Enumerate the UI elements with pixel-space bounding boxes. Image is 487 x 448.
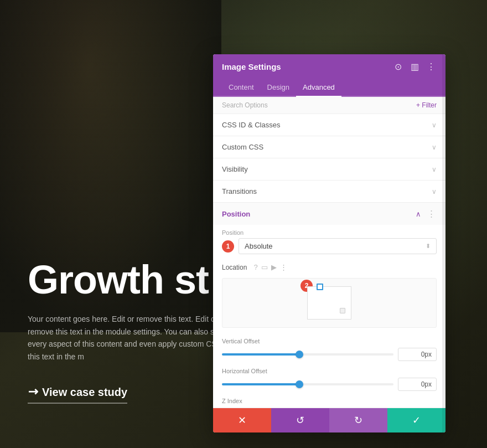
- location-icons: ? ▭ ▶ ⋮: [253, 263, 287, 271]
- question-icon[interactable]: ?: [253, 263, 257, 271]
- cursor-icon[interactable]: ▶: [271, 263, 277, 271]
- panel-header-icons: ⊙ ▥ ⋮: [392, 61, 437, 72]
- redo-button[interactable]: ↻: [329, 408, 387, 432]
- vertical-offset-fill: [222, 353, 299, 356]
- image-settings-panel: Image Settings ⊙ ▥ ⋮ Content Design Adva…: [213, 54, 445, 432]
- location-row: Location ? ▭ ▶ ⋮: [213, 259, 445, 276]
- horizontal-offset-thumb[interactable]: [296, 380, 303, 388]
- visibility-row[interactable]: Visibility ∨: [213, 158, 445, 181]
- position-select-value: Absolute: [245, 242, 273, 250]
- zindex-row: Z Index: [213, 394, 445, 408]
- panel-tabs: Content Design Advanced: [213, 79, 445, 97]
- position-header-controls: ∧ ⋮: [416, 208, 437, 219]
- cta-link[interactable]: ↘ View case study: [28, 385, 127, 404]
- cta-label: View case study: [42, 386, 127, 399]
- step-badge-1: 1: [222, 240, 234, 253]
- confirm-button[interactable]: ✓: [387, 408, 445, 432]
- vertical-offset-group: Vertical Offset 0px: [213, 334, 445, 364]
- scrollbar: [442, 54, 445, 432]
- position-field-label: Position: [222, 229, 437, 236]
- panel-title: Image Settings: [222, 62, 281, 71]
- position-section-title: Position: [222, 210, 250, 218]
- position-header: Position ∧ ⋮: [213, 203, 445, 225]
- chevron-down-icon: ∨: [432, 143, 437, 151]
- location-label: Location: [222, 264, 247, 271]
- redo-icon: ↻: [354, 414, 362, 426]
- css-id-classes-row[interactable]: CSS ID & Classes ∨: [213, 114, 445, 136]
- horizontal-offset-fill: [222, 383, 299, 385]
- tab-design[interactable]: Design: [261, 79, 296, 97]
- horizontal-offset-row: 0px: [222, 378, 437, 391]
- panel-toolbar: ✕ ↺ ↻ ✓: [213, 408, 445, 432]
- position-field-row: 1 Absolute ⬍: [222, 238, 437, 254]
- device-icon[interactable]: ▭: [261, 263, 268, 271]
- transitions-row[interactable]: Transitions ∨: [213, 181, 445, 203]
- grid-inner: [307, 286, 351, 320]
- more-icon[interactable]: ⋮: [426, 61, 437, 72]
- position-more-icon[interactable]: ⋮: [426, 208, 437, 219]
- chevron-down-icon: ∨: [432, 121, 437, 129]
- chevron-down-icon: ∨: [432, 166, 437, 173]
- search-bar: Search Options + Filter: [213, 97, 445, 114]
- horizontal-offset-input[interactable]: 0px: [398, 378, 437, 391]
- custom-css-label: Custom CSS: [222, 143, 263, 151]
- position-field-group: Position 1 Absolute ⬍: [213, 225, 445, 259]
- confirm-icon: ✓: [412, 414, 421, 426]
- css-id-label: CSS ID & Classes: [222, 121, 280, 129]
- settings-icon[interactable]: ⊙: [392, 61, 403, 72]
- transitions-label: Transitions: [222, 187, 257, 195]
- search-label: Search Options: [222, 101, 268, 109]
- body-text: Your content goes here. Edit or remove t…: [28, 313, 232, 363]
- grid-dot-outer[interactable]: [317, 284, 323, 290]
- chevron-up-icon[interactable]: ∧: [416, 210, 421, 218]
- filter-button[interactable]: + Filter: [416, 101, 437, 109]
- undo-button[interactable]: ↺: [271, 408, 329, 432]
- chevron-down-icon: ∨: [432, 188, 437, 195]
- grid-wrapper: 2: [307, 286, 351, 320]
- dots-icon[interactable]: ⋮: [280, 263, 287, 271]
- columns-icon[interactable]: ▥: [409, 61, 420, 72]
- cancel-icon: ✕: [238, 414, 246, 426]
- vertical-offset-row: 0px: [222, 348, 437, 361]
- horizontal-offset-track[interactable]: [222, 383, 393, 385]
- undo-icon: ↺: [296, 414, 304, 426]
- position-select[interactable]: Absolute ⬍: [239, 238, 437, 254]
- vertical-offset-input[interactable]: 0px: [398, 348, 437, 361]
- zindex-label: Z Index: [222, 398, 437, 404]
- vertical-offset-track[interactable]: [222, 353, 393, 356]
- cancel-button[interactable]: ✕: [213, 408, 271, 432]
- custom-css-row[interactable]: Custom CSS ∨: [213, 136, 445, 158]
- visibility-label: Visibility: [222, 165, 248, 173]
- vertical-offset-thumb[interactable]: [296, 351, 303, 358]
- horizontal-offset-label: Horizontal Offset: [222, 368, 437, 374]
- cta-arrow-icon: ↘: [24, 383, 41, 400]
- position-section: Position ∧ ⋮ Position 1 Absolute ⬍ Locat…: [213, 203, 445, 408]
- horizontal-offset-group: Horizontal Offset 0px: [213, 364, 445, 394]
- vertical-offset-label: Vertical Offset: [222, 338, 437, 344]
- grid-dot-inner: [340, 308, 345, 313]
- tab-content[interactable]: Content: [222, 79, 261, 97]
- select-arrow-icon: ⬍: [426, 243, 431, 250]
- tab-advanced[interactable]: Advanced: [296, 79, 341, 97]
- location-grid-widget[interactable]: 2: [222, 278, 437, 328]
- panel-header: Image Settings ⊙ ▥ ⋮: [213, 54, 445, 79]
